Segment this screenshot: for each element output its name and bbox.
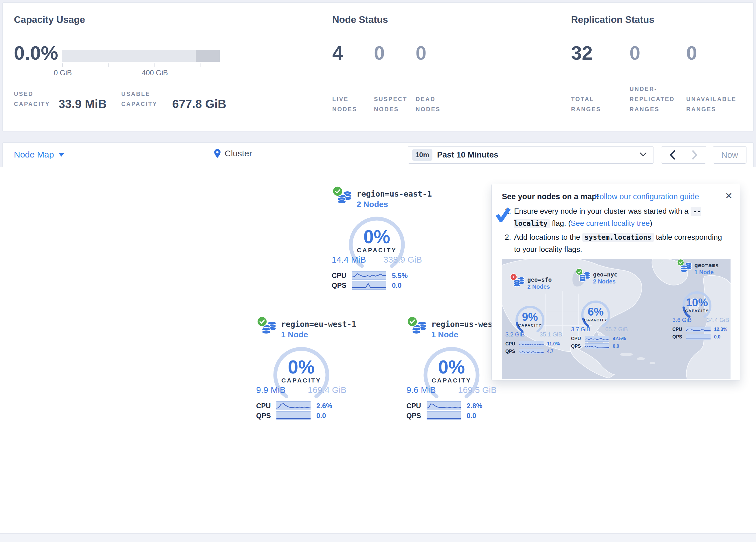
usable-capacity-label: USABLE CAPACITY [121,89,165,109]
total-value: 34.4 GiB [707,317,729,324]
example-map-image: 1 geo=sfo 2 Nodes 9% CAPACITY 3.2 GiB 35… [502,259,731,379]
capacity-percent: 6% [570,306,621,318]
used-value: 3.2 GiB [505,331,525,338]
map-node-name: geo=sfo [527,276,552,283]
qps-sparkline [352,281,386,290]
region-db-icon [579,271,591,282]
qps-sparkline [276,411,311,420]
region-node-eu-west-1[interactable]: region=eu-west-1 1 Node 0% CAPACITY 9.9 … [252,316,351,426]
region-name: region=eu-west-1 [281,320,356,329]
qps-value: 0.0 [316,412,326,420]
qps-value: 0.0 [714,335,720,340]
now-button[interactable]: Now [713,146,746,163]
map-node-count: 1 Node [694,269,714,276]
cpu-sparkline [519,341,544,347]
chevron-right-icon [692,150,698,159]
total-value: 169.5 GiB [458,385,497,395]
time-prev-button[interactable] [661,146,684,163]
used-value: 3.7 GiB [571,326,590,333]
status-ok-icon [407,316,418,327]
qps-label: QPS [406,412,427,420]
popup-step-2: 2.Add locations to the system.locations … [505,231,729,255]
map-node-count: 2 Nodes [593,278,616,285]
cpu-label: CPU [332,272,352,280]
region-db-icon [336,190,353,204]
step-text: Ensure every node in your cluster was st… [514,207,691,215]
map-node-geo-sfo: 1 geo=sfo 2 Nodes 9% CAPACITY 3.2 GiB 35… [504,276,564,360]
status-ok-icon [677,259,684,266]
qps-label: QPS [332,282,352,290]
region-node-count: 1 Node [431,330,458,339]
total-value: 65.7 GiB [605,326,628,333]
usable-capacity: USABLE CAPACITY 677.8 GiB [121,89,226,109]
qps-label: QPS [672,335,686,340]
region-name: region=us-east-1 [357,189,432,198]
capacity-label: CAPACITY [570,318,621,322]
popup-steps: 1.Ensure every node in your cluster was … [505,205,729,257]
time-range-badge: 10m [412,149,432,161]
cpu-label: CPU [505,341,519,347]
region-node-us-east-1[interactable]: region=us-east-1 2 Nodes 0% CAPACITY 14.… [328,185,426,295]
popup-title: See your nodes on a map! [502,192,599,201]
used-capacity: USED CAPACITY 33.9 MiB [14,89,107,109]
close-icon[interactable]: ✕ [725,190,733,201]
capacity-bar-overprovisioned [196,50,220,62]
region-node-us-west-1[interactable]: region=us-west-1 1 Node 0% CAPACITY 9.6 … [402,316,501,426]
qps-label: QPS [571,344,585,349]
view-selector-dropdown[interactable]: Node Map [14,150,64,159]
nodemap-instructions-popup: See your nodes on a map! Follow our conf… [491,184,740,381]
capacity-label: CAPACITY [252,377,351,384]
region-db-icon: 1 [513,276,525,287]
cluster-summary-bar: Capacity Usage 0.0% 0 GiB 400 GiB USED C… [2,2,754,131]
capacity-percent: 9% [504,311,556,324]
status-ok-icon [257,316,267,327]
cpu-label: CPU [406,402,427,410]
used-value: 9.6 MiB [406,385,436,395]
used-capacity-value: 33.9 MiB [58,97,107,111]
capacity-tick [109,63,109,67]
locality-tree-link[interactable]: See current locality tree [571,219,650,227]
configuration-guide-link[interactable]: Follow our configuration guide [595,192,699,201]
qps-sparkline [585,344,609,349]
suspect-nodes-label: SUSPECT NODES [374,94,412,114]
qps-value: 0.0 [613,344,619,349]
used-value: 3.6 GiB [672,317,692,324]
status-error-icon: 1 [510,273,517,281]
system-locations-code: system.locations [582,233,654,242]
cpu-value: 42.5% [613,336,626,341]
qps-sparkline [519,349,544,354]
cpu-value: 2.6% [316,402,332,410]
map-node-name: geo=nyc [593,271,617,278]
capacity-tick-label: 0 GiB [45,69,80,77]
location-pin-icon [214,148,221,158]
region-db-icon [680,262,692,273]
chevron-left-icon [669,150,675,159]
capacity-label: CAPACITY [402,377,501,384]
step-text: flag. ( [550,219,571,227]
time-next-button[interactable] [684,146,706,163]
capacity-percent: 0% [328,226,426,247]
used-value: 9.9 MiB [256,385,286,395]
status-ok-icon [576,268,583,276]
chevron-down-icon [58,153,64,157]
cpu-value: 11.0% [547,341,560,347]
capacity-bar [62,50,220,62]
breadcrumb[interactable]: Cluster [214,148,252,158]
cpu-sparkline [585,336,609,342]
time-step-buttons [661,146,706,163]
map-node-geo-nyc: geo=nyc 2 Nodes 6% CAPACITY 3.7 GiB 65.7… [570,270,629,354]
used-capacity-label: USED CAPACITY [14,89,51,109]
time-range-selector[interactable]: 10m Past 10 Minutes [408,146,654,163]
cpu-label: CPU [672,327,686,332]
capacity-tick [155,63,155,67]
qps-label: QPS [505,349,519,354]
map-node-count: 2 Nodes [527,284,550,290]
capacity-label: CAPACITY [328,247,426,253]
dead-nodes-count: 0 [416,43,426,63]
live-nodes-label: LIVE NODES [332,94,367,114]
cpu-value: 12.3% [714,327,727,332]
nodemap-toolbar: Node Map Cluster 10m Past 10 Minutes Now [2,142,754,167]
region-db-icon [261,320,277,335]
qps-value: 0.0 [392,282,401,290]
capacity-label: CAPACITY [504,323,556,328]
